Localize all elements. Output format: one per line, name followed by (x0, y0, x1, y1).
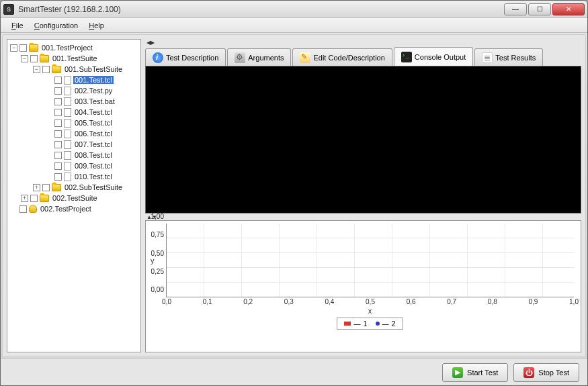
gear-icon (235, 52, 245, 63)
tab-console-output[interactable]: Console Output (394, 47, 473, 66)
right-pane: ◀▶ Test Description Arguments Edit Code/… (145, 39, 581, 352)
stop-test-button[interactable]: ⏻Stop Test (513, 363, 579, 382)
chart-y-label: y (151, 256, 155, 264)
menu-file[interactable]: File (6, 20, 29, 31)
main-window: S SmartTester (192.168.2.100) — ☐ ✕ File… (0, 0, 588, 386)
tree-subsuite-2[interactable]: +002.SubTestSuite (9, 182, 139, 193)
database-icon (29, 205, 37, 213)
checkbox[interactable] (54, 173, 62, 181)
tab-test-description[interactable]: Test Description (145, 48, 226, 66)
tree-subsuite-1[interactable]: −001.SubTestSuite (9, 64, 139, 75)
results-icon (482, 52, 493, 63)
y-tick: 0,00 (151, 286, 164, 293)
folder-icon (29, 44, 38, 52)
checkbox[interactable] (19, 205, 27, 213)
tab-test-results[interactable]: Test Results (474, 48, 543, 66)
square-marker-icon (344, 322, 351, 326)
tree-test-8[interactable]: 009.Test.tcl (9, 160, 139, 171)
stop-icon: ⏻ (523, 367, 534, 378)
play-icon: ▶ (452, 367, 463, 378)
chart-canvas: y 1,00 0,75 0,50 0,25 0,00 0,0 0,1 0,2 0… (166, 224, 574, 297)
x-tick: 1,0 (569, 298, 579, 305)
tree-suite-1[interactable]: −001.TestSuite (9, 53, 139, 64)
app-icon: S (3, 4, 14, 15)
y-tick: 1,00 (151, 213, 164, 220)
x-tick: 0,4 (325, 298, 334, 305)
circle-marker-icon (376, 322, 380, 326)
tree-pane[interactable]: −001.TestProject −001.TestSuite −001.Sub… (7, 39, 141, 352)
menu-bar: File Configuration Help (1, 18, 587, 33)
tree-project-1[interactable]: −001.TestProject (9, 42, 139, 53)
menu-configuration[interactable]: Configuration (29, 20, 83, 31)
tab-arguments[interactable]: Arguments (227, 48, 291, 66)
chart-legend: —1 —2 (166, 318, 574, 330)
file-icon (64, 76, 71, 85)
checkbox[interactable] (19, 44, 27, 52)
x-tick: 0,7 (447, 298, 456, 305)
checkbox[interactable] (54, 109, 62, 116)
legend-series-1: —1 (344, 320, 367, 328)
x-tick: 0,8 (488, 298, 497, 305)
folder-icon (52, 184, 61, 191)
tree-test-1[interactable]: 002.Test.py (9, 85, 139, 96)
checkbox[interactable] (54, 98, 62, 105)
tree-project-2[interactable]: 002.TestProject (9, 203, 139, 214)
file-icon (64, 173, 71, 181)
checkbox[interactable] (42, 66, 50, 73)
minimize-button[interactable]: — (504, 3, 527, 15)
checkbox[interactable] (30, 195, 38, 202)
console-output[interactable] (145, 66, 581, 213)
tree-test-7[interactable]: 008.Test.tcl (9, 150, 139, 160)
y-tick: 0,50 (151, 249, 164, 256)
chart-area: y 1,00 0,75 0,50 0,25 0,00 0,0 0,1 0,2 0… (145, 220, 581, 352)
checkbox[interactable] (54, 162, 62, 170)
x-tick: 0,5 (366, 298, 375, 305)
y-tick: 0,25 (151, 267, 164, 275)
folder-icon (40, 55, 49, 62)
checkbox[interactable] (42, 184, 50, 191)
file-icon (64, 108, 71, 117)
button-bar: ▶Start Test ⏻Stop Test (1, 358, 587, 385)
menu-help[interactable]: Help (83, 20, 110, 31)
tab-edit-code[interactable]: Edit Code/Description (292, 48, 392, 66)
expander-icon[interactable]: − (21, 55, 28, 62)
tree-test-3[interactable]: 004.Test.tcl (9, 107, 139, 117)
edit-icon (300, 52, 310, 63)
expander-icon[interactable]: − (33, 66, 40, 73)
start-test-button[interactable]: ▶Start Test (442, 363, 508, 382)
folder-icon (52, 66, 61, 73)
expander-icon[interactable]: + (33, 184, 40, 191)
x-tick: 0,1 (203, 298, 212, 305)
title-bar[interactable]: S SmartTester (192.168.2.100) — ☐ ✕ (1, 1, 587, 18)
file-icon (64, 119, 71, 128)
tree-test-9[interactable]: 010.Test.tcl (9, 171, 139, 182)
checkbox[interactable] (54, 130, 62, 138)
chart-x-label: x (166, 307, 574, 315)
checkbox[interactable] (30, 55, 38, 62)
expander-icon[interactable]: + (21, 195, 28, 202)
horizontal-splitter[interactable]: ▲▼ (145, 213, 581, 220)
content-area: −001.TestProject −001.TestSuite −001.Sub… (2, 34, 586, 357)
expander-icon[interactable]: − (10, 44, 17, 52)
tree-suite-2[interactable]: +002.TestSuite (9, 193, 139, 203)
window-title: SmartTester (192.168.2.100) (18, 5, 504, 14)
tree-test-0[interactable]: 001.Test.tcl (9, 75, 139, 85)
maximize-button[interactable]: ☐ (528, 3, 551, 15)
checkbox[interactable] (54, 87, 62, 95)
x-tick: 0,0 (162, 298, 171, 305)
x-tick: 0,6 (407, 298, 416, 305)
close-button[interactable]: ✕ (552, 3, 585, 15)
checkbox[interactable] (54, 77, 62, 84)
file-icon (64, 162, 71, 171)
checkbox[interactable] (54, 119, 62, 127)
tab-bar: Test Description Arguments Edit Code/Des… (145, 46, 581, 66)
tree-test-2[interactable]: 003.Test.bat (9, 96, 139, 107)
file-icon (64, 140, 71, 149)
checkbox[interactable] (54, 141, 62, 148)
tree-test-6[interactable]: 007.Test.tcl (9, 139, 139, 150)
tree-test-5[interactable]: 006.Test.tcl (9, 128, 139, 139)
console-icon (401, 52, 412, 62)
checkbox[interactable] (54, 152, 62, 159)
vertical-splitter[interactable]: ◀▶ (145, 39, 581, 46)
tree-test-4[interactable]: 005.Test.tcl (9, 117, 139, 128)
